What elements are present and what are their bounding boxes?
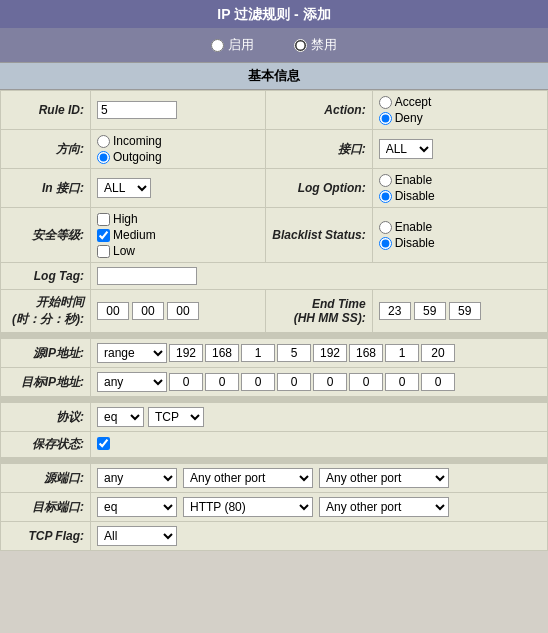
src-ip8[interactable] — [421, 344, 455, 362]
log-tag-row: Log Tag: — [1, 263, 548, 290]
rule-id-input[interactable] — [97, 101, 177, 119]
outgoing-radio[interactable] — [97, 151, 110, 164]
log-option-value-cell: Enable Disable — [372, 169, 547, 208]
security-label: 安全等级: — [1, 208, 91, 263]
start-mm-input[interactable] — [132, 302, 164, 320]
outgoing-row: Outgoing — [97, 150, 259, 164]
incoming-row: Incoming — [97, 134, 259, 148]
dst-ip8[interactable] — [421, 373, 455, 391]
in-interface-row: In 接口: ALL WAN LAN Log Option: Enable — [1, 169, 548, 208]
src-port-opt2-select[interactable]: Any other port HTTP (80) FTP (21) — [319, 468, 449, 488]
log-enable-row: Enable — [379, 173, 541, 187]
end-hh-input[interactable] — [379, 302, 411, 320]
start-ss-input[interactable] — [167, 302, 199, 320]
dst-ip5[interactable] — [313, 373, 347, 391]
action-label: Action: — [266, 91, 372, 130]
src-port-opt1-select[interactable]: Any other port HTTP (80) FTP (21) — [183, 468, 313, 488]
blacklist-value-cell: Enable Disable — [372, 208, 547, 263]
dst-ip2[interactable] — [205, 373, 239, 391]
tcp-flag-value-cell: All SYN ACK FIN RST — [91, 522, 548, 551]
enable-radio-label[interactable]: 启用 — [211, 36, 254, 54]
log-disable-row: Disable — [379, 189, 541, 203]
blacklist-enable-row: Enable — [379, 220, 541, 234]
basic-info-header: 基本信息 — [0, 62, 548, 90]
disable-radio[interactable] — [294, 39, 307, 52]
dst-port-inputs: any eq neq range HTTP (80) FTP (21) SSH … — [97, 497, 541, 517]
medium-checkbox[interactable] — [97, 229, 110, 242]
blacklist-disable-label: Disable — [395, 236, 435, 250]
blacklist-label: Blacklist Status: — [266, 208, 372, 263]
start-time-sub-label: (时：分：秒): — [7, 311, 84, 328]
log-tag-input[interactable] — [97, 267, 197, 285]
page-title: IP 过滤规则 - 添加 — [0, 0, 548, 28]
tcp-flag-row: TCP Flag: All SYN ACK FIN RST — [1, 522, 548, 551]
start-hh-input[interactable] — [97, 302, 129, 320]
in-interface-value-cell: ALL WAN LAN — [91, 169, 266, 208]
security-row: 安全等级: High Medium Low — [1, 208, 548, 263]
src-port-inputs: any eq neq range Any other port HTTP (80… — [97, 468, 541, 488]
time-row: 开始时间 (时：分：秒): End Time (HH MM SS): — [1, 290, 548, 333]
log-enable-label: Enable — [395, 173, 432, 187]
end-time-sub-label: (HH MM SS): — [272, 311, 365, 325]
action-accept-radio[interactable] — [379, 96, 392, 109]
src-ip6[interactable] — [349, 344, 383, 362]
dst-ip6[interactable] — [349, 373, 383, 391]
src-ip1[interactable] — [169, 344, 203, 362]
dst-port-value-select[interactable]: HTTP (80) FTP (21) SSH (22) Any other po… — [183, 497, 313, 517]
src-port-value-cell: any eq neq range Any other port HTTP (80… — [91, 464, 548, 493]
src-ip-type-select[interactable]: any range host subnet — [97, 343, 167, 363]
dst-port-opt-select[interactable]: Any other port HTTP (80) FTP (21) — [319, 497, 449, 517]
log-disable-radio[interactable] — [379, 190, 392, 203]
protocol-value-select[interactable]: TCP UDP ICMP Any — [148, 407, 204, 427]
enable-radio[interactable] — [211, 39, 224, 52]
dst-port-type-select[interactable]: any eq neq range — [97, 497, 177, 517]
src-port-type-select[interactable]: any eq neq range — [97, 468, 177, 488]
in-interface-select[interactable]: ALL WAN LAN — [97, 178, 151, 198]
action-accept-label: Accept — [395, 95, 432, 109]
tcp-flag-label: TCP Flag: — [1, 522, 91, 551]
action-deny-radio[interactable] — [379, 112, 392, 125]
action-accept-row: Accept — [379, 95, 541, 109]
src-ip2[interactable] — [205, 344, 239, 362]
protocol-value-cell: eq neq TCP UDP ICMP Any — [91, 403, 548, 432]
preserve-checkbox[interactable] — [97, 437, 110, 450]
status-bar: 启用 禁用 — [0, 28, 548, 62]
high-checkbox[interactable] — [97, 213, 110, 226]
medium-row: Medium — [97, 228, 259, 242]
src-ip3[interactable] — [241, 344, 275, 362]
interface-label: 接口: — [266, 130, 372, 169]
log-disable-label: Disable — [395, 189, 435, 203]
src-ip7[interactable] — [385, 344, 419, 362]
src-ip-inputs: any range host subnet — [97, 343, 541, 363]
disable-radio-label[interactable]: 禁用 — [294, 36, 337, 54]
dst-ip4[interactable] — [277, 373, 311, 391]
dst-ip-inputs: any range host subnet — [97, 372, 541, 392]
src-ip4[interactable] — [277, 344, 311, 362]
protocol-op-select[interactable]: eq neq — [97, 407, 144, 427]
end-ss-input[interactable] — [449, 302, 481, 320]
interface-select[interactable]: ALL WAN LAN — [379, 139, 433, 159]
src-ip5[interactable] — [313, 344, 347, 362]
rule-id-value-cell — [91, 91, 266, 130]
low-row: Low — [97, 244, 259, 258]
end-mm-input[interactable] — [414, 302, 446, 320]
dst-port-row: 目标端口: any eq neq range HTTP (80) FTP (21… — [1, 493, 548, 522]
tcp-flag-select[interactable]: All SYN ACK FIN RST — [97, 526, 177, 546]
dst-ip-type-select[interactable]: any range host subnet — [97, 372, 167, 392]
blacklist-enable-radio[interactable] — [379, 221, 392, 234]
dst-ip7[interactable] — [385, 373, 419, 391]
preserve-row: 保存状态: — [1, 432, 548, 458]
log-enable-radio[interactable] — [379, 174, 392, 187]
blacklist-disable-radio[interactable] — [379, 237, 392, 250]
dst-ip1[interactable] — [169, 373, 203, 391]
action-value-cell: Accept Deny — [372, 91, 547, 130]
low-label: Low — [113, 244, 135, 258]
dst-ip3[interactable] — [241, 373, 275, 391]
start-time-inputs — [97, 302, 259, 320]
preserve-label: 保存状态: — [1, 432, 91, 458]
start-time-value-cell — [91, 290, 266, 333]
src-ip-value-cell: any range host subnet — [91, 339, 548, 368]
low-checkbox[interactable] — [97, 245, 110, 258]
dst-port-value-cell: any eq neq range HTTP (80) FTP (21) SSH … — [91, 493, 548, 522]
incoming-radio[interactable] — [97, 135, 110, 148]
